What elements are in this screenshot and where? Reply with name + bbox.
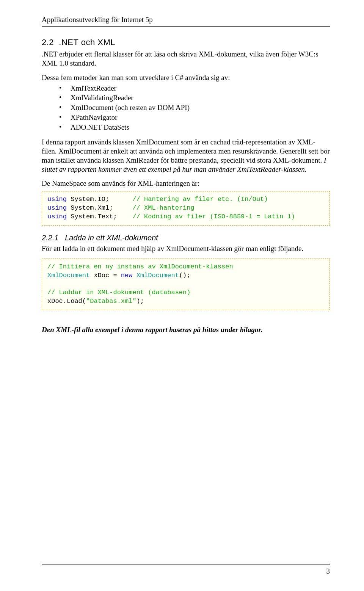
bold-italic-text: Den XML-fil alla exempel i denna rapport… [42, 326, 263, 334]
code-type: XmlDocument [132, 272, 179, 279]
list-item: XmlTextReader [59, 84, 330, 93]
header-rule [42, 26, 330, 27]
code-keyword: using [47, 196, 67, 203]
paragraph: För att ladda in ett dokument med hjälp … [42, 244, 330, 253]
code-text: System.Xml; [67, 204, 132, 212]
subsection-number: 2.2.1 [42, 234, 58, 242]
paragraph-bold: Den XML-fil alla exempel i denna rapport… [42, 325, 330, 334]
page-number: 3 [42, 567, 330, 576]
section-number: 2.2 [42, 38, 54, 47]
section-title: .NET och XML [59, 38, 115, 47]
code-text: xDoc = [90, 272, 121, 279]
code-type: XmlDocument [47, 272, 90, 279]
code-text: (); [179, 272, 191, 279]
paragraph: I denna rapport används klassen XmlDocum… [42, 138, 330, 174]
code-string: "Databas.xml" [86, 298, 136, 305]
paragraph: De NameSpace som används för XML-hanteri… [42, 179, 330, 188]
running-head: Applikationsutveckling för Internet 5p [42, 15, 330, 24]
list-item: ADO.NET DataSets [59, 123, 330, 132]
page-footer: 3 [42, 561, 330, 576]
code-keyword: using [47, 204, 67, 212]
code-comment: // Kodning av filer (ISO-8859-1 = Latin … [132, 213, 295, 220]
code-text: ); [136, 298, 144, 305]
subsection-heading-2-2-1: 2.2.1 Ladda in ett XML-dokument [42, 233, 330, 243]
code-comment: // Initiera en ny instans av XmlDocument… [47, 263, 233, 270]
list-item: XmlDocument (och resten av DOM API) [59, 103, 330, 112]
code-block-usings: using System.IO; // Hantering av filer e… [42, 191, 330, 226]
list-item: XPathNavigator [59, 113, 330, 122]
paragraph: Dessa fem metoder kan man som utvecklare… [42, 73, 330, 82]
code-comment: // Laddar in XML-dokument (databasen) [47, 289, 190, 296]
footer-rule [42, 564, 330, 564]
text-run: I denna rapport används klassen XmlDocum… [42, 138, 330, 164]
code-block-load: // Initiera en ny instans av XmlDocument… [42, 259, 330, 310]
code-comment: // XML-hantering [132, 204, 194, 212]
paragraph: .NET erbjuder ett flertal klasser för at… [42, 50, 330, 68]
list-item: XmlValidatingReader [59, 93, 330, 102]
bullet-list: XmlTextReader XmlValidatingReader XmlDoc… [42, 84, 330, 132]
code-text: xDoc.Load( [47, 298, 86, 305]
page: Applikationsutveckling för Internet 5p 2… [0, 0, 364, 591]
code-text: System.IO; [67, 196, 132, 203]
code-keyword: using [47, 213, 67, 220]
section-heading-2-2: 2.2 .NET och XML [42, 37, 330, 48]
subsection-title: Ladda in ett XML-dokument [65, 234, 158, 242]
code-keyword: new [121, 272, 133, 279]
code-comment: // Hantering av filer etc. (In/Out) [132, 196, 268, 203]
code-text: System.Text; [67, 213, 132, 220]
